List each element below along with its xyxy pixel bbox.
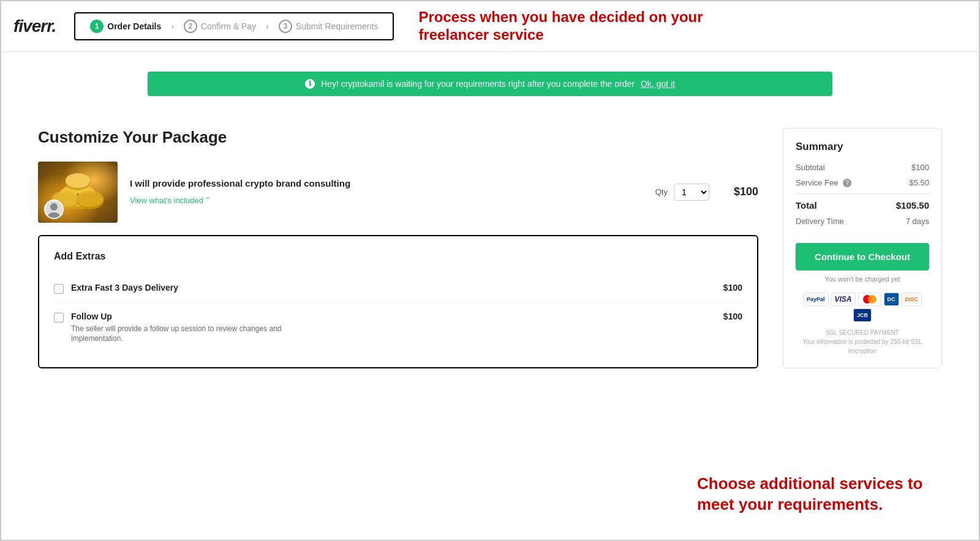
banner-text: Hey! cryptokamil is waiting for your req… (321, 79, 635, 89)
extra-info-follow-up: Follow Up The seller will provide a foll… (71, 312, 716, 345)
summary-service-fee-row: Service Fee ? $5.50 (796, 178, 929, 188)
main-content: Customize Your Package ₿ (1, 116, 979, 381)
notification-banner: ℹ Hey! cryptokamil is waiting for your r… (148, 72, 832, 96)
step-arrow-1: › (171, 21, 174, 31)
step-3: 3 Submit Requirements (279, 20, 379, 33)
continue-to-checkout-button[interactable]: Continue to Checkout (796, 243, 929, 270)
left-column: Customize Your Package ₿ (38, 128, 758, 369)
step-arrow-2: › (266, 21, 269, 31)
total-value: $105.50 (896, 200, 929, 211)
service-fee-value: $5.50 (909, 178, 929, 187)
mastercard-icon (858, 293, 881, 306)
product-image: ₿ (38, 162, 118, 223)
svg-point-10 (48, 212, 60, 218)
payment-icons: PayPal VISA DC DISC JCB (796, 293, 929, 322)
product-image-bg: ₿ (38, 162, 118, 223)
product-price: $100 (734, 185, 758, 198)
header-annotation: Process when you have decided on your fr… (418, 9, 737, 44)
extras-box: Add Extras Extra Fast 3 Days Delivery $1… (38, 235, 758, 369)
seller-avatar (44, 200, 64, 219)
delivery-label: Delivery Time (796, 217, 844, 226)
info-icon: ℹ (305, 79, 315, 89)
no-charge-text: You won't be charged yet (796, 275, 929, 283)
extra-name-fast-delivery: Extra Fast 3 Days Delivery (71, 283, 716, 293)
summary-subtotal-row: Subtotal $100 (796, 163, 929, 172)
extra-name-follow-up: Follow Up (71, 312, 716, 321)
svg-point-9 (50, 203, 58, 211)
banner-dismiss-link[interactable]: Ok, got it (641, 79, 675, 89)
extra-price-follow-up: $100 (723, 312, 742, 321)
extra-checkbox-fast-delivery[interactable] (54, 284, 64, 294)
product-info: I will provide professional crypto brand… (130, 178, 643, 206)
qty-label: Qty (655, 187, 668, 196)
ssl-title: SSL SECURED PAYMENT (796, 328, 929, 337)
ssl-desc: Your information is protected by 256-bit… (796, 337, 929, 356)
summary-total-row: Total $105.50 (796, 193, 929, 211)
extra-desc-follow-up: The seller will provide a follow up sess… (71, 324, 304, 345)
subtotal-label: Subtotal (796, 163, 825, 172)
step-3-label: Submit Requirements (296, 21, 379, 31)
summary-title: Summary (796, 141, 929, 153)
extra-item-fast-delivery: Extra Fast 3 Days Delivery $100 (54, 274, 742, 303)
total-label: Total (796, 200, 817, 211)
diners-icon: DC (884, 293, 899, 306)
product-row: ₿ (38, 162, 758, 223)
view-whats-included-link[interactable]: View what's included ˅ (130, 196, 210, 205)
service-fee-label: Service Fee ? (796, 178, 851, 188)
step-2-circle: 2 (184, 20, 197, 33)
right-column: Summary Subtotal $100 Service Fee ? $5.5… (783, 128, 942, 369)
product-qty: Qty 1 2 3 (655, 184, 709, 201)
step-1-circle: 1 (90, 20, 104, 33)
extras-title: Add Extras (54, 251, 742, 262)
fiverr-logo: fiverr. (13, 17, 56, 36)
step-1-label: Order Details (107, 21, 161, 31)
step-2: 2 Confirm & Pay (184, 20, 256, 33)
subtotal-value: $100 (911, 163, 929, 172)
extra-item-follow-up: Follow Up The seller will provide a foll… (54, 303, 742, 353)
svg-point-6 (77, 191, 104, 207)
paypal-icon: PayPal (803, 293, 829, 306)
extra-checkbox-follow-up[interactable] (54, 313, 64, 323)
header: fiverr. 1 Order Details › 2 Confirm & Pa… (1, 1, 979, 52)
page-title: Customize Your Package (38, 128, 758, 147)
extra-info-fast-delivery: Extra Fast 3 Days Delivery (71, 283, 716, 293)
mc-logo (862, 294, 878, 304)
service-fee-info-icon[interactable]: ? (843, 179, 851, 187)
svg-point-8 (66, 173, 90, 188)
jcb-icon: JCB (853, 308, 872, 322)
summary-box: Summary Subtotal $100 Service Fee ? $5.5… (783, 128, 942, 369)
steps-navigation: 1 Order Details › 2 Confirm & Pay › 3 Su… (74, 12, 394, 40)
step-2-label: Confirm & Pay (201, 21, 256, 31)
delivery-value: 7 days (906, 217, 929, 226)
product-title: I will provide professional crypto brand… (130, 178, 643, 188)
extra-price-fast-delivery: $100 (723, 283, 742, 293)
bottom-annotation: Choose additional services to meet your … (697, 474, 942, 515)
discover-icon: DISC (902, 293, 922, 306)
step-3-circle: 3 (279, 20, 292, 33)
avatar-icon (45, 201, 62, 218)
qty-select[interactable]: 1 2 3 (674, 184, 709, 201)
delivery-time-row: Delivery Time 7 days (796, 217, 929, 234)
ssl-info: SSL SECURED PAYMENT Your information is … (796, 328, 929, 356)
step-1: 1 Order Details (90, 20, 161, 33)
visa-icon: VISA (831, 293, 856, 306)
